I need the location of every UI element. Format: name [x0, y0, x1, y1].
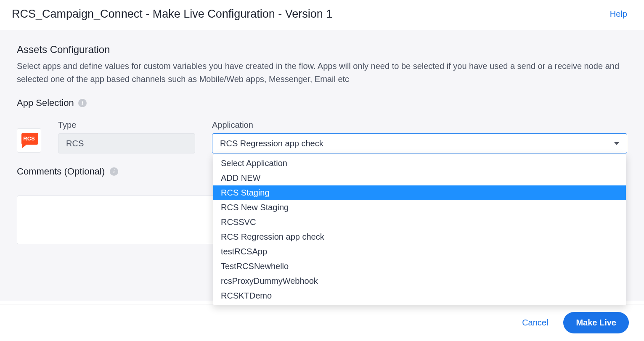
- application-option[interactable]: TestRCSNewhello: [213, 259, 626, 274]
- application-option[interactable]: RCS Staging: [213, 185, 626, 200]
- info-icon[interactable]: i: [110, 167, 118, 176]
- type-label: Type: [58, 120, 195, 130]
- application-option[interactable]: RCS Regression app check: [213, 230, 626, 244]
- type-field: Type RCS: [58, 120, 195, 153]
- app-selection-label: App Selection: [17, 98, 74, 108]
- page-title: RCS_Campaign_Connect - Make Live Configu…: [12, 8, 332, 21]
- footer-bar: Cancel Make Live: [0, 304, 644, 341]
- application-selected-value: RCS Regression app check: [220, 139, 323, 148]
- comments-label: Comments (Optional): [17, 166, 105, 177]
- application-dropdown[interactable]: Select ApplicationADD NEWRCS StagingRCS …: [213, 154, 626, 305]
- cancel-button[interactable]: Cancel: [522, 318, 548, 328]
- app-selection-label-row: App Selection i: [17, 98, 627, 108]
- chevron-down-icon: [614, 142, 619, 145]
- rcs-icon: RCS: [20, 132, 38, 149]
- make-live-button[interactable]: Make Live: [563, 312, 629, 333]
- application-option[interactable]: rcsProxyDummyWebhook: [213, 274, 626, 288]
- svg-text:RCS: RCS: [23, 135, 35, 142]
- application-option[interactable]: RCS New Staging: [213, 200, 626, 215]
- application-option[interactable]: RCSSVC: [213, 215, 626, 230]
- assets-config-title: Assets Configuration: [17, 44, 627, 56]
- app-icon-wrap: RCS: [17, 128, 41, 153]
- type-value: RCS: [58, 133, 195, 153]
- page-header: RCS_Campaign_Connect - Make Live Configu…: [0, 0, 644, 30]
- application-option[interactable]: RCSKTDemo: [213, 288, 626, 303]
- application-option[interactable]: ADD NEW: [213, 171, 626, 185]
- application-option[interactable]: Select Application: [213, 156, 626, 171]
- info-icon[interactable]: i: [78, 99, 87, 107]
- application-label: Application: [212, 120, 627, 130]
- application-select[interactable]: RCS Regression app check: [212, 133, 627, 153]
- assets-config-description: Select apps and define values for custom…: [17, 60, 623, 86]
- content-area: Assets Configuration Select apps and def…: [0, 30, 644, 301]
- application-option[interactable]: testRCSApp: [213, 244, 626, 259]
- application-field: Application RCS Regression app check Sel…: [212, 120, 627, 153]
- app-selection-row: RCS Type RCS Application RCS Regression …: [17, 120, 627, 153]
- help-link[interactable]: Help: [610, 9, 627, 19]
